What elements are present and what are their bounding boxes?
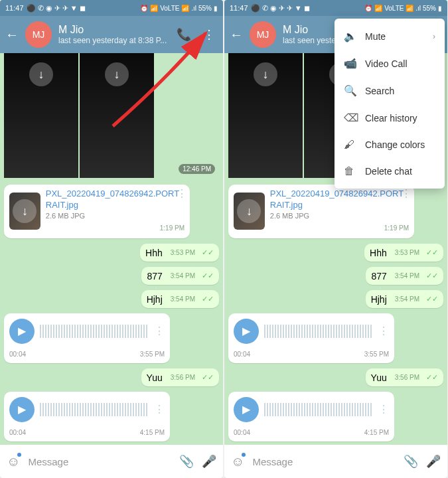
context-menu: 🔈Mute› 📹Video Call 🔍Search ⌫Clear histor…: [335, 19, 445, 189]
file-message[interactable]: ↓ PXL_20220419_074826942.PORTRAIT.jpg 2.…: [228, 185, 414, 238]
message-out[interactable]: 8773:54 PM✓✓: [366, 267, 443, 285]
speaker-icon: 🔈: [344, 30, 356, 42]
voice-message[interactable]: ▶⋮ 00:044:15 PM: [228, 392, 394, 441]
emoji-button[interactable]: ☺: [231, 454, 244, 469]
media-group[interactable]: ↓ ↓ 12:46 PM: [4, 53, 219, 178]
phone-left: 11:47 ⚫ ✆ ◉ ✈ ✈ ▼ ◼ ⏰ 📶 VoLTE 📶 .ıl 55% …: [0, 0, 223, 478]
message-out[interactable]: Hhh3:53 PM✓✓: [364, 244, 443, 262]
chat-area[interactable]: ↓ ↓ 12:46 PM ↓ PXL_20220419_074826942.PO…: [0, 53, 223, 445]
menu-delete-chat[interactable]: 🗑Delete chat: [335, 158, 445, 185]
avatar[interactable]: MJ: [25, 21, 52, 48]
back-button[interactable]: ←: [5, 27, 19, 42]
waveform[interactable]: [40, 325, 149, 338]
contact-info[interactable]: M Jio last seen yesterday at 8:38 P...: [58, 23, 170, 46]
emoji-button[interactable]: ☺: [7, 454, 20, 469]
play-button[interactable]: ▶: [9, 319, 35, 344]
download-icon[interactable]: ↓: [105, 62, 129, 86]
more-button[interactable]: ⋮: [203, 27, 215, 42]
read-icon: ✓✓: [202, 248, 214, 257]
message-out[interactable]: Hhh3:53 PM✓✓: [140, 244, 219, 262]
message-out[interactable]: Yuu3:56 PM✓✓: [141, 368, 219, 386]
status-bar: 11:47 ⚫ ✆ ◉ ✈ ✈ ▼ ◼ ⏰ 📶 VoLTE 📶 .ıl 55% …: [224, 0, 447, 16]
status-time: 11:47: [5, 4, 24, 12]
file-thumb[interactable]: ↓: [9, 193, 40, 230]
search-icon: 🔍: [344, 84, 356, 97]
media-time: 12:46 PM: [179, 164, 215, 174]
download-icon[interactable]: ↓: [254, 62, 277, 86]
voice-message[interactable]: ▶⋮ 00:043:55 PM: [228, 313, 394, 363]
trash-icon: 🗑: [344, 165, 356, 177]
mic-button[interactable]: 🎤: [202, 454, 216, 469]
status-bar: 11:47 ⚫ ✆ ◉ ✈ ✈ ▼ ◼ ⏰ 📶 VoLTE 📶 .ıl 55% …: [0, 0, 223, 16]
menu-mute[interactable]: 🔈Mute›: [335, 23, 445, 50]
file-thumb[interactable]: ↓: [234, 193, 265, 230]
video-icon: 📹: [344, 57, 356, 70]
message-menu[interactable]: ⋮: [401, 187, 411, 200]
media-thumb[interactable]: ↓: [228, 53, 303, 178]
message-out[interactable]: Hjhj3:54 PM✓✓: [366, 290, 443, 308]
menu-change-colors[interactable]: 🖌Change colors: [335, 131, 445, 158]
brush-icon: 🖌: [344, 139, 356, 151]
read-icon: ✓✓: [202, 373, 214, 382]
media-thumb[interactable]: ↓: [4, 53, 78, 178]
contact-status: last seen yesterday at 8:38 P...: [58, 36, 170, 45]
input-bar: ☺ Message 📎 🎤: [224, 445, 447, 478]
call-button[interactable]: 📞: [177, 27, 191, 42]
phone-right: 11:47 ⚫ ✆ ◉ ✈ ✈ ▼ ◼ ⏰ 📶 VoLTE 📶 .ıl 55% …: [224, 0, 447, 478]
attach-button[interactable]: 📎: [404, 454, 418, 469]
play-button[interactable]: ▶: [234, 397, 259, 422]
chat-header: ← MJ M Jio last seen yesterday at 8:38 P…: [0, 16, 223, 53]
message-out[interactable]: Yuu3:56 PM✓✓: [366, 368, 443, 386]
download-icon[interactable]: ↓: [29, 62, 53, 86]
chevron-right-icon: ›: [433, 32, 435, 41]
download-icon[interactable]: ↓: [237, 199, 261, 223]
media-thumb[interactable]: ↓: [80, 53, 154, 178]
input-bar: ☺ Message 📎 🎤: [0, 445, 223, 478]
menu-search[interactable]: 🔍Search: [335, 77, 445, 104]
mic-button[interactable]: 🎤: [426, 454, 441, 469]
message-menu[interactable]: ⋮: [154, 325, 165, 337]
contact-name: M Jio: [58, 23, 170, 36]
waveform[interactable]: [40, 403, 149, 416]
download-icon[interactable]: ↓: [13, 199, 37, 223]
avatar[interactable]: MJ: [250, 21, 276, 48]
voice-message[interactable]: ▶⋮ 00:044:15 PM: [4, 392, 170, 441]
message-out[interactable]: Hjhj3:54 PM✓✓: [141, 290, 219, 308]
voice-message[interactable]: ▶⋮ 00:043:55 PM: [4, 313, 170, 363]
play-button[interactable]: ▶: [9, 397, 35, 422]
message-menu[interactable]: ⋮: [154, 403, 165, 416]
read-icon: ✓✓: [202, 272, 214, 280]
message-input[interactable]: Message: [252, 456, 396, 467]
play-button[interactable]: ▶: [234, 319, 259, 344]
message-out[interactable]: 8773:54 PM✓✓: [141, 267, 219, 285]
read-icon: ✓✓: [202, 295, 214, 303]
back-button[interactable]: ←: [230, 27, 243, 42]
message-input[interactable]: Message: [28, 456, 171, 467]
menu-clear-history[interactable]: ⌫Clear history: [335, 104, 445, 131]
status-time: 11:47: [230, 4, 248, 12]
message-menu[interactable]: ⋮: [177, 187, 187, 200]
menu-video-call[interactable]: 📹Video Call: [335, 50, 445, 77]
broom-icon: ⌫: [344, 112, 356, 124]
file-message[interactable]: ↓ PXL_20220419_074826942.PORTRAIT.jpg 2.…: [4, 185, 190, 238]
attach-button[interactable]: 📎: [179, 454, 194, 469]
